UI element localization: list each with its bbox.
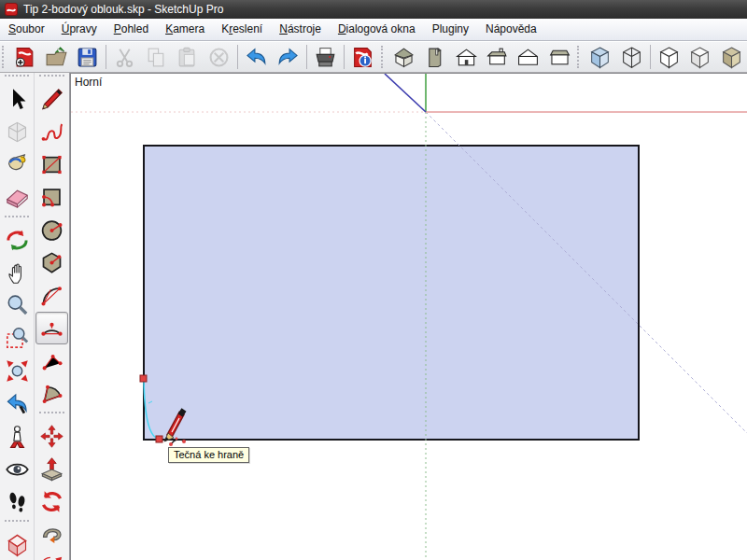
view-top-icon: [423, 46, 446, 69]
new-button[interactable]: [9, 43, 40, 71]
palette-grip: [5, 216, 29, 224]
tool-rectangle[interactable]: [35, 148, 69, 181]
tool-circle[interactable]: [35, 214, 69, 246]
tool-offset[interactable]: [35, 551, 69, 560]
view-front-icon: [455, 46, 478, 69]
tool-pan[interactable]: [0, 257, 34, 289]
view-right-icon: [486, 46, 509, 69]
tool-move[interactable]: [35, 420, 69, 453]
drawing-canvas[interactable]: Horní Tečná ke hraně: [70, 73, 747, 560]
menu-pohled[interactable]: Pohled: [106, 19, 157, 40]
view-front-button[interactable]: [450, 43, 481, 71]
menu--pravy[interactable]: Úpravy: [53, 19, 106, 40]
hidden-line-icon: [657, 46, 681, 69]
tool-look-around[interactable]: [0, 453, 34, 485]
copy-icon: [145, 46, 168, 69]
circle-icon: [39, 217, 64, 243]
undo-button[interactable]: [241, 43, 272, 71]
view-right-button[interactable]: [482, 43, 513, 71]
pushpull-icon: [39, 456, 64, 482]
redo-button[interactable]: [272, 43, 303, 71]
tool-select[interactable]: [0, 83, 34, 116]
redo-icon: [276, 46, 300, 69]
wireframe-button[interactable]: [615, 43, 646, 71]
zoom-icon: [5, 293, 30, 318]
toolbar-separator: [650, 45, 651, 69]
erase-button[interactable]: [203, 43, 233, 71]
toolbar-separator: [237, 45, 238, 69]
pie-icon: [39, 381, 64, 406]
copy-button[interactable]: [141, 43, 172, 71]
tool-arc-3point[interactable]: [35, 344, 69, 377]
model-info-button[interactable]: [347, 43, 378, 71]
print-button[interactable]: [310, 43, 341, 71]
menu-kamera[interactable]: Kamera: [157, 19, 213, 40]
toolbar-separator: [106, 45, 106, 69]
rotate-icon: [39, 489, 64, 514]
menu-kreslen-[interactable]: Kreslení: [213, 19, 271, 40]
xray-button[interactable]: [585, 43, 615, 71]
toolbar-separator: [306, 45, 307, 69]
hidden-line-button[interactable]: [654, 43, 684, 71]
position-camera-icon: [5, 424, 30, 449]
sketchup-logo-icon: [5, 3, 18, 16]
view-top-button[interactable]: [419, 43, 450, 71]
arc-end-marker: [156, 436, 162, 442]
tool-polygon[interactable]: [35, 246, 69, 279]
model-rectangle[interactable]: [144, 146, 639, 440]
rotated-rectangle-icon: [39, 185, 64, 210]
open-button[interactable]: [40, 43, 71, 71]
tool-previous-view[interactable]: [0, 387, 34, 420]
paint-icon: [5, 152, 30, 177]
tool-rotate[interactable]: [35, 485, 69, 518]
palette-grip: [5, 520, 29, 528]
tool-push-pull[interactable]: [35, 453, 69, 485]
view-back-icon: [548, 46, 571, 69]
menu-soubor[interactable]: Soubor: [0, 19, 53, 40]
tool-follow-me[interactable]: [35, 518, 69, 551]
arc-3point-icon: [39, 348, 64, 373]
view-iso-button[interactable]: [388, 43, 418, 71]
look-around-icon: [5, 456, 30, 482]
tool-pie[interactable]: [35, 377, 69, 410]
tool-zoom-window[interactable]: [0, 322, 34, 355]
select-icon: [5, 87, 30, 112]
view-left-button[interactable]: [513, 43, 543, 71]
tool-zoom-extents[interactable]: [0, 355, 34, 387]
tool-arc[interactable]: [35, 279, 69, 312]
title-bar: Tip 2-bodový oblouk.skp - SketchUp Pro: [0, 0, 747, 19]
tool-walk[interactable]: [0, 485, 34, 518]
paste-button[interactable]: [172, 43, 203, 71]
view-back-button[interactable]: [544, 43, 575, 71]
tool-line[interactable]: [35, 83, 69, 116]
inference-tooltip: Tečná ke hraně: [168, 447, 249, 463]
menu-pluginy[interactable]: Pluginy: [424, 19, 477, 40]
cut-button[interactable]: [109, 43, 140, 71]
polygon-icon: [39, 250, 64, 275]
tool-orbit[interactable]: [0, 224, 34, 257]
window-title: Tip 2-bodový oblouk.skp - SketchUp Pro: [23, 3, 223, 16]
tool-eraser[interactable]: [0, 181, 34, 214]
menu-dialogov-okna[interactable]: Dialogová okna: [330, 19, 424, 40]
view-iso-icon: [392, 46, 416, 69]
section-plane-icon: [5, 532, 30, 557]
save-icon: [76, 46, 99, 69]
tool-rotated-rectangle[interactable]: [35, 181, 69, 214]
tool-make-component[interactable]: [0, 116, 34, 148]
save-button[interactable]: [72, 43, 103, 71]
shaded-button[interactable]: [684, 43, 715, 71]
menu-n-stroje[interactable]: Nástroje: [271, 19, 330, 40]
menu-bar: SouborÚpravyPohledKameraKresleníNástroje…: [0, 19, 747, 41]
toolbar-grip: [2, 46, 7, 68]
top-toolbar: [0, 42, 747, 73]
tool-arc-2point[interactable]: [35, 312, 68, 344]
menu-n-pov-da[interactable]: Nápověda: [477, 19, 545, 40]
tool-paint-bucket[interactable]: [0, 148, 34, 181]
tool-section-plane[interactable]: [0, 528, 34, 560]
shaded-textures-button[interactable]: [716, 43, 747, 71]
offset-icon: [39, 554, 64, 560]
tool-position-camera[interactable]: [0, 420, 34, 453]
tool-zoom[interactable]: [0, 289, 34, 322]
tool-freehand[interactable]: [35, 116, 69, 148]
view-label: Horní: [75, 76, 102, 89]
